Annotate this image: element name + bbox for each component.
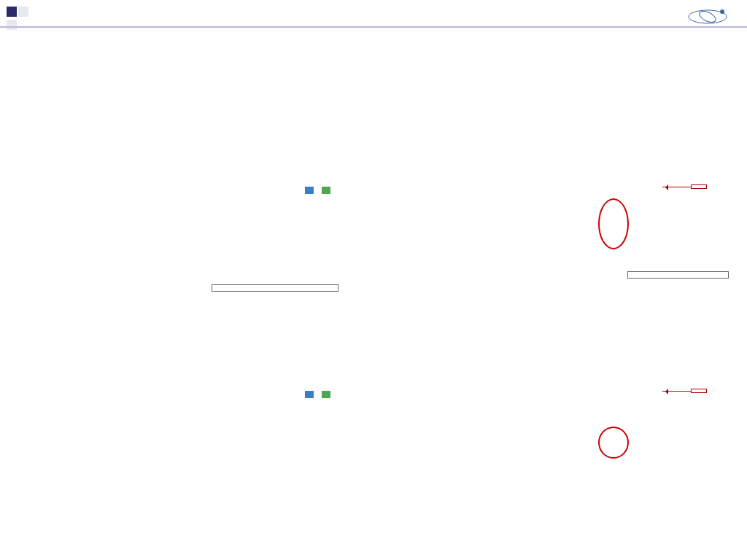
legend-read [301,390,332,398]
overall-conclusion [627,271,729,279]
row-label-read [691,389,707,393]
highlight-circle-read-gpfs [598,427,629,459]
highlight-circle-write-gpfs [598,198,629,249]
svg-point-2 [720,9,724,14]
svg-point-1 [698,9,718,24]
infn-logo-icon [681,6,734,28]
legend-swatch-sys [322,187,330,194]
legend-swatch-usr [305,187,314,194]
footnote-socat-options [212,284,338,292]
legend-swatch-usr [305,391,314,398]
row-label-write [691,184,707,189]
legend-write [301,186,332,194]
infn-logo [681,6,734,29]
slide-corner-deco [6,6,29,32]
legend-swatch-sys [322,391,330,398]
header-rule [0,26,747,28]
